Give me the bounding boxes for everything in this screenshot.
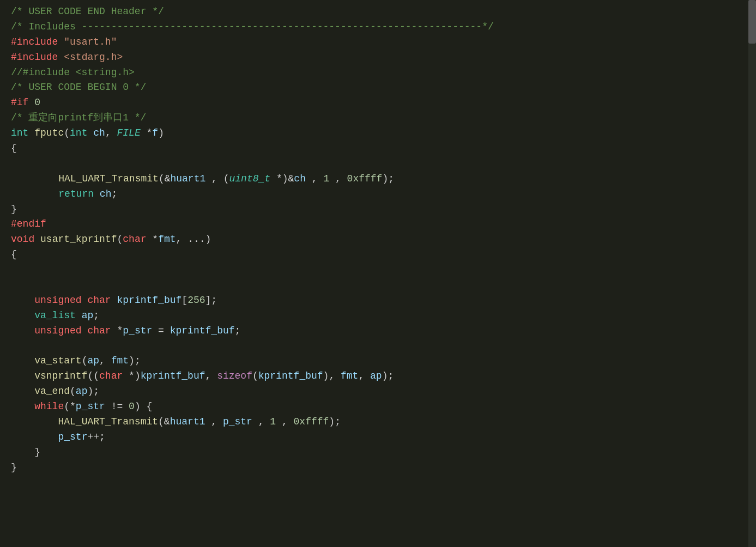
code-line-31: } [11,460,756,476]
code-line-14: } [11,202,756,217]
code-line-21: va_list ap; [11,308,756,324]
code-line-11 [11,156,756,172]
code-line-20: unsigned char kprintf_buf[256]; [11,293,756,308]
scrollbar-thumb[interactable] [748,0,756,44]
code-line-3: #include "usart.h" [11,35,756,50]
code-line-2: /* Includes ----------------------------… [11,20,756,35]
code-line-12: HAL_UART_Transmit(&huart1 , (uint8_t *)&… [11,172,756,187]
code-line-7: #if 0 [11,95,756,111]
code-line-22: unsigned char *p_str = kprintf_buf; [11,324,756,339]
code-line-1: /* USER CODE END Header */ [11,4,756,20]
code-line-19 [11,278,756,293]
code-line-8: /* 重定向printf到串口1 */ [11,111,756,126]
code-line-13: return ch; [11,187,756,202]
code-line-23 [11,339,756,354]
code-line-4: #include <stdarg.h> [11,50,756,65]
code-line-27: while(*p_str != 0) { [11,399,756,415]
code-line-28: HAL_UART_Transmit(&huart1 , p_str , 1 , … [11,415,756,430]
code-line-9: int fputc(int ch, FILE *f) [11,126,756,141]
code-line-25: vsnprintf((char *)kprintf_buf, sizeof(kp… [11,369,756,384]
code-line-30: } [11,445,756,460]
code-line-5: //#include <string.h> [11,65,756,81]
code-line-15: #endif [11,217,756,232]
code-line-29: p_str++; [11,430,756,445]
code-line-26: va_end(ap); [11,384,756,399]
code-line-18 [11,263,756,278]
code-line-6: /* USER CODE BEGIN 0 */ [11,80,756,95]
code-line-17: { [11,247,756,263]
code-line-16: void usart_kprintf(char *fmt, ...) [11,232,756,247]
scrollbar[interactable] [748,0,756,547]
code-editor: /* USER CODE END Header */ /* Includes -… [0,0,756,547]
code-line-24: va_start(ap, fmt); [11,354,756,369]
code-line-10: { [11,141,756,156]
